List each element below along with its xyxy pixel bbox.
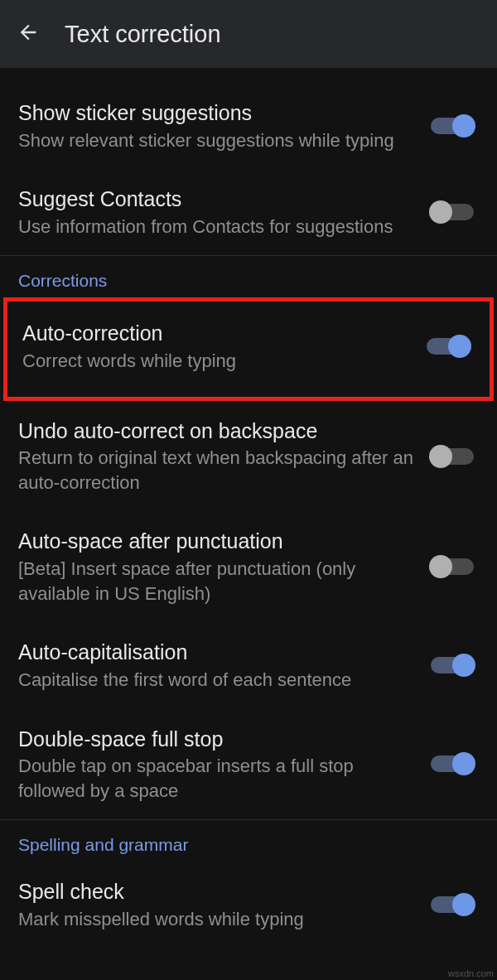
toggle-spell-check[interactable]	[431, 896, 474, 913]
settings-list: Show sticker suggestions Show relevant s…	[0, 68, 497, 939]
back-arrow-icon[interactable]	[17, 21, 40, 47]
row-show-sticker-suggestions[interactable]: Show sticker suggestions Show relevant s…	[0, 83, 497, 169]
toggle-show-sticker-suggestions[interactable]	[431, 118, 474, 134]
setting-title: Undo auto-correct on backspace	[18, 418, 417, 445]
setting-subtitle: [Beta] Insert space after punctuation (o…	[18, 557, 417, 606]
toggle-auto-capitalisation[interactable]	[431, 657, 474, 673]
setting-title: Auto-capitalisation	[18, 639, 417, 666]
row-spell-check[interactable]: Spell check Mark misspelled words while …	[0, 862, 497, 938]
row-auto-correction[interactable]: Auto-correction Correct words while typi…	[7, 302, 490, 396]
setting-title: Auto-correction	[22, 320, 413, 347]
toggle-auto-space-punctuation[interactable]	[431, 558, 474, 575]
section-header-spelling-and-grammar: Spelling and grammar	[0, 820, 497, 862]
row-undo-auto-correct[interactable]: Undo auto-correct on backspace Return to…	[0, 401, 497, 512]
highlight-box-auto-correction: Auto-correction Correct words while typi…	[3, 297, 494, 400]
setting-title: Double-space full stop	[18, 726, 417, 753]
setting-title: Spell check	[18, 878, 417, 905]
toggle-double-space-full-stop[interactable]	[431, 756, 474, 772]
setting-subtitle: Correct words while typing	[22, 349, 413, 374]
setting-title: Auto-space after punctuation	[18, 528, 417, 555]
page-title: Text correction	[65, 21, 221, 48]
app-bar: Text correction	[0, 0, 497, 68]
setting-subtitle: Double tap on spacebar inserts a full st…	[18, 754, 417, 803]
setting-subtitle: Capitalise the first word of each senten…	[18, 668, 417, 693]
setting-subtitle: Return to original text when backspacing…	[18, 446, 417, 495]
setting-title: Suggest Contacts	[18, 186, 417, 213]
section-header-corrections: Corrections	[0, 256, 497, 297]
toggle-undo-auto-correct[interactable]	[431, 448, 474, 465]
setting-subtitle: Mark misspelled words while typing	[18, 907, 417, 932]
row-double-space-full-stop[interactable]: Double-space full stop Double tap on spa…	[0, 709, 497, 820]
setting-subtitle: Show relevant sticker suggestions while …	[18, 128, 417, 153]
toggle-auto-correction[interactable]	[427, 338, 470, 355]
row-auto-space-punctuation[interactable]: Auto-space after punctuation [Beta] Inse…	[0, 511, 497, 622]
setting-title: Show sticker suggestions	[18, 99, 417, 127]
row-suggest-contacts[interactable]: Suggest Contacts Use information from Co…	[0, 169, 497, 255]
watermark: wsxdn.com	[448, 968, 494, 978]
toggle-suggest-contacts[interactable]	[431, 204, 474, 220]
row-auto-capitalisation[interactable]: Auto-capitalisation Capitalise the first…	[0, 622, 497, 708]
setting-subtitle: Use information from Contacts for sugges…	[18, 215, 417, 239]
